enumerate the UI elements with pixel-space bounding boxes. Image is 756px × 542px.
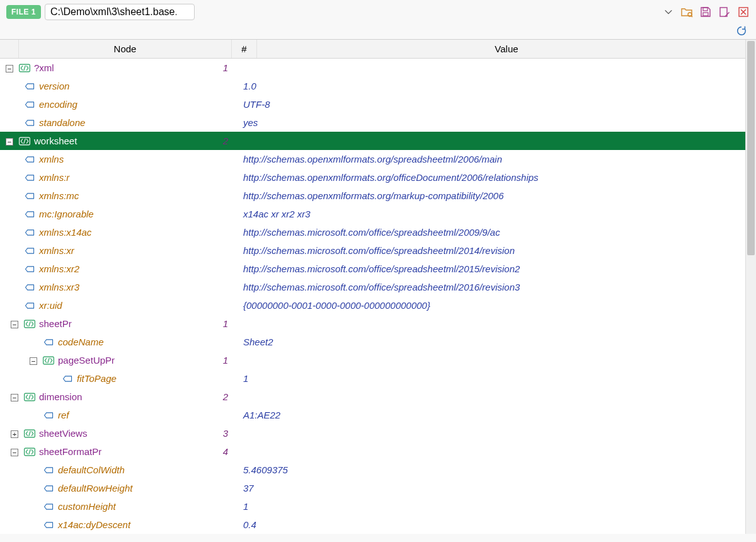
tree-row[interactable]: xmlns:xr2http://schemas.microsoft.com/of… — [0, 260, 756, 278]
node-name: ref — [58, 410, 69, 420]
tree-row[interactable]: xmlns:xr3http://schemas.microsoft.com/of… — [0, 278, 756, 296]
file-path-input[interactable] — [45, 4, 195, 20]
node-name: ?xml — [34, 62, 54, 73]
attribute-icon — [43, 521, 54, 529]
attribute-icon — [24, 118, 35, 127]
tree-row[interactable]: defaultColWidth5.4609375 — [0, 461, 756, 479]
node-name: xmlns:xr — [39, 245, 74, 256]
tree-row[interactable]: customHeight1 — [0, 497, 756, 516]
node-count: 1 — [213, 62, 238, 73]
vertical-scrollbar[interactable] — [745, 40, 756, 534]
node-value: http://schemas.openxmlformats.org/markup… — [238, 190, 756, 201]
close-icon[interactable] — [737, 6, 750, 18]
node-value: http://schemas.microsoft.com/office/spre… — [238, 245, 756, 256]
attribute-icon — [24, 192, 35, 200]
tree-row[interactable]: xr:uid{00000000-0001-0000-0000-000000000… — [0, 296, 756, 314]
tree-row[interactable]: −sheetFormatPr4 — [0, 442, 756, 461]
collapse-icon[interactable]: − — [11, 449, 18, 456]
tree-row[interactable]: −pageSetUpPr1 — [0, 351, 756, 369]
header-expander-col — [0, 40, 19, 58]
header-value-col[interactable]: Value — [257, 40, 756, 58]
node-value: http://schemas.microsoft.com/office/spre… — [238, 263, 756, 274]
tree-row[interactable]: xmlnshttp://schemas.openxmlformats.org/s… — [0, 150, 756, 168]
tree-row[interactable]: −worksheet2 — [0, 132, 756, 150]
tree-row[interactable]: −sheetPr1 — [0, 314, 756, 333]
node-name: sheetFormatPr — [39, 446, 101, 457]
collapse-icon[interactable]: − — [6, 65, 13, 72]
tree-row[interactable]: fitToPage1 — [0, 369, 756, 388]
header-count-col[interactable]: # — [232, 40, 257, 58]
tree-row[interactable]: encodingUTF-8 — [0, 95, 756, 113]
attribute-icon — [24, 82, 35, 91]
collapse-icon[interactable]: − — [11, 394, 18, 401]
node-count: 2 — [213, 391, 238, 402]
attribute-icon — [24, 283, 35, 292]
tree-row[interactable]: defaultRowHeight37 — [0, 479, 756, 497]
tree-row[interactable]: standaloneyes — [0, 113, 756, 132]
node-value: Sheet2 — [238, 337, 756, 347]
sub-toolbar — [0, 23, 756, 39]
node-count: 3 — [213, 428, 238, 439]
tree-row[interactable]: xmlns:mchttp://schemas.openxmlformats.or… — [0, 187, 756, 205]
refresh-icon[interactable] — [736, 25, 747, 37]
node-name: pageSetUpPr — [58, 355, 115, 366]
tree-row[interactable]: codeNameSheet2 — [0, 333, 756, 351]
attribute-icon — [24, 301, 35, 310]
element-icon — [19, 64, 30, 72]
tree-row[interactable]: −?xml1 — [0, 59, 756, 77]
node-value: http://schemas.openxmlformats.org/spread… — [238, 154, 756, 164]
tree-row[interactable]: version1.0 — [0, 77, 756, 95]
element-icon — [24, 429, 35, 438]
attribute-icon — [62, 374, 73, 383]
attribute-icon — [24, 173, 35, 182]
attribute-icon — [24, 246, 35, 255]
node-name: xmlns:xr3 — [39, 282, 79, 292]
svg-rect-2 — [703, 8, 707, 11]
node-name: sheetViews — [39, 428, 87, 439]
node-value: x14ac xr xr2 xr3 — [238, 209, 756, 219]
edit-icon[interactable] — [718, 6, 731, 18]
tree-row[interactable]: xmlns:x14achttp://schemas.microsoft.com/… — [0, 223, 756, 241]
node-count: 1 — [213, 355, 238, 366]
tree-row[interactable]: xmlns:rhttp://schemas.openxmlformats.org… — [0, 168, 756, 187]
attribute-icon — [24, 265, 35, 274]
tree-row[interactable]: mc:Ignorablex14ac xr xr2 xr3 — [0, 205, 756, 223]
browse-folder-icon[interactable] — [680, 6, 693, 18]
xml-grid: Node # Value −?xml1version1.0encodingUTF… — [0, 39, 756, 534]
chevron-down-icon — [664, 8, 673, 16]
element-icon — [24, 447, 35, 456]
tree-row[interactable]: xmlns:xrhttp://schemas.microsoft.com/off… — [0, 241, 756, 260]
node-value: {00000000-0001-0000-0000-000000000000} — [238, 300, 756, 311]
attribute-icon — [24, 210, 35, 219]
save-icon[interactable] — [699, 6, 712, 18]
collapse-icon[interactable]: − — [30, 357, 37, 365]
node-value: 1.0 — [238, 81, 756, 91]
file-badge: FILE 1 — [6, 5, 41, 19]
node-count: 1 — [213, 318, 238, 329]
element-icon — [43, 356, 54, 365]
node-value: 1 — [238, 501, 756, 512]
element-icon — [24, 393, 35, 401]
file-path-wrap — [45, 4, 677, 20]
element-icon — [19, 137, 30, 146]
header-node-col[interactable]: Node — [19, 40, 232, 58]
node-count: 2 — [213, 136, 238, 146]
node-value: UTF-8 — [238, 99, 756, 110]
tree-row[interactable]: +sheetViews3 — [0, 424, 756, 442]
node-value: http://schemas.microsoft.com/office/spre… — [238, 227, 756, 238]
attribute-icon — [24, 228, 35, 237]
node-name: dimension — [39, 391, 82, 402]
collapse-icon[interactable]: − — [11, 321, 18, 328]
tree-row[interactable]: −dimension2 — [0, 388, 756, 406]
top-toolbar: FILE 1 — [0, 0, 756, 23]
node-name: xr:uid — [39, 300, 62, 311]
node-count: 4 — [213, 446, 238, 457]
tree-row[interactable]: refA1:AE22 — [0, 406, 756, 424]
scrollbar-thumb[interactable] — [747, 41, 755, 255]
attribute-icon — [43, 466, 54, 475]
expand-icon[interactable]: + — [11, 430, 18, 438]
node-name: defaultRowHeight — [58, 483, 132, 493]
node-name: xmlns:r — [39, 172, 69, 183]
collapse-icon[interactable]: − — [6, 138, 13, 146]
tree-row[interactable]: x14ac:dyDescent0.4 — [0, 516, 756, 534]
